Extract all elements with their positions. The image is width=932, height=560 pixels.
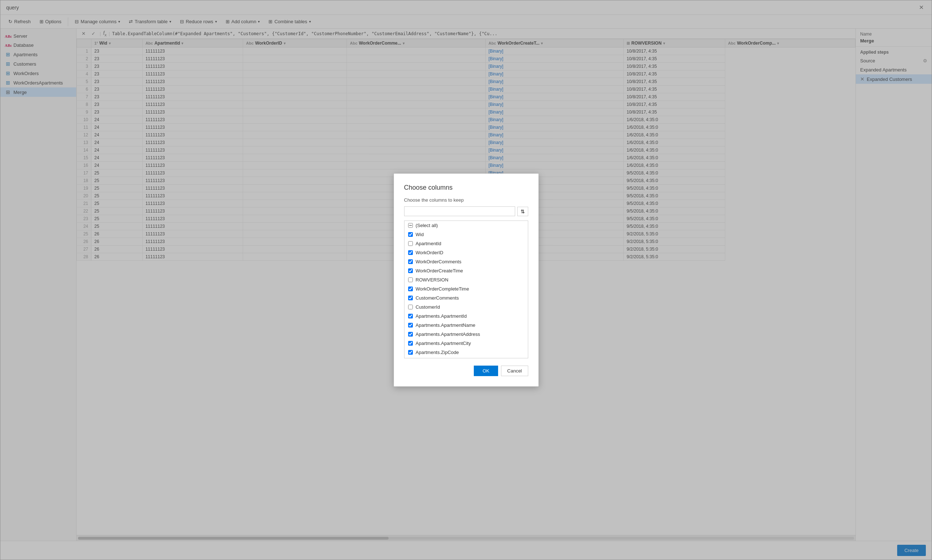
column-checkbox[interactable] (408, 277, 413, 282)
dialog-search-input[interactable] (404, 206, 515, 216)
column-checkbox[interactable] (408, 286, 413, 291)
column-checkbox[interactable] (408, 223, 413, 228)
dialog-buttons: OK Cancel (404, 366, 528, 376)
checkbox-item[interactable]: WorkOrderComments (404, 257, 528, 266)
checkbox-item[interactable]: ROWVERSION (404, 275, 528, 285)
checkbox-item[interactable]: Apartments.ApartmentId (404, 312, 528, 321)
column-checkbox[interactable] (408, 259, 413, 264)
column-checkbox-label: Apartments.ApartmentId (416, 313, 467, 319)
column-checkbox-label: Apartments.ApartmentCity (416, 341, 471, 346)
dialog-subtitle: Choose the columns to keep (404, 197, 528, 203)
column-checkbox[interactable] (408, 332, 413, 337)
choose-columns-dialog: Choose columns Choose the columns to kee… (394, 173, 539, 387)
column-checkbox-label: WorkOrderCreateTime (416, 268, 463, 274)
checkbox-item[interactable]: Apartments.ZipCode (404, 348, 528, 357)
checkbox-item[interactable]: ApartmentId (404, 239, 528, 248)
column-checkbox-label: Apartments.ApartmentName (416, 322, 475, 328)
column-checkbox-label: WorkOrderID (416, 250, 443, 255)
checkbox-item[interactable]: Apartments.ApartmentName (404, 321, 528, 330)
column-checkbox-label: Apartments.ApartmentAddress (416, 331, 480, 337)
dialog-search-row: ⇅ (404, 206, 528, 216)
column-checkbox[interactable] (408, 268, 413, 273)
checkbox-item[interactable]: CustomerComments (404, 294, 528, 303)
checkbox-item[interactable]: WorkOrderID (404, 248, 528, 257)
column-checkbox[interactable] (408, 323, 413, 328)
dialog-overlay: Choose columns Choose the columns to kee… (0, 0, 932, 560)
dialog-cancel-button[interactable]: Cancel (501, 366, 528, 376)
column-checkbox-label: CustomerComments (416, 295, 459, 301)
column-checkbox[interactable] (408, 295, 413, 300)
column-checkbox-label: ApartmentId (416, 241, 441, 246)
column-checkbox[interactable] (408, 314, 413, 318)
column-checkbox[interactable] (408, 232, 413, 237)
column-checkbox[interactable] (408, 350, 413, 355)
checkbox-list: (Select all)WidApartmentIdWorkOrderIDWor… (404, 220, 528, 358)
column-checkbox[interactable] (408, 241, 413, 246)
column-checkbox-label: Apartments.ZipCode (416, 350, 459, 355)
dialog-title: Choose columns (404, 184, 528, 191)
checkbox-item[interactable]: CustomerId (404, 303, 528, 312)
column-checkbox[interactable] (408, 341, 413, 346)
checkbox-item[interactable]: WorkOrderCompleteTime (404, 285, 528, 294)
checkbox-item[interactable]: WorkOrderCreateTime (404, 266, 528, 275)
checkbox-item[interactable]: Apartments.ApartmentAddress (404, 330, 528, 339)
column-checkbox[interactable] (408, 305, 413, 309)
dialog-ok-button[interactable]: OK (474, 366, 498, 376)
column-checkbox-label: ROWVERSION (416, 277, 448, 283)
column-checkbox[interactable] (408, 250, 413, 255)
checkbox-item[interactable]: Apartments.ApartmentCity (404, 339, 528, 348)
column-checkbox-label: (Select all) (416, 223, 438, 228)
checkbox-item[interactable]: (Select all) (404, 221, 528, 230)
checkbox-item[interactable]: Wid (404, 230, 528, 239)
dialog-sort-button[interactable]: ⇅ (517, 207, 528, 216)
column-checkbox-label: WorkOrderCompleteTime (416, 286, 469, 292)
column-checkbox-label: CustomerId (416, 304, 440, 310)
checkbox-item[interactable]: Apartments.ApartmentPhoneNumber (404, 357, 528, 358)
column-checkbox-label: WorkOrderComments (416, 259, 461, 265)
column-checkbox-label: Wid (416, 232, 424, 237)
